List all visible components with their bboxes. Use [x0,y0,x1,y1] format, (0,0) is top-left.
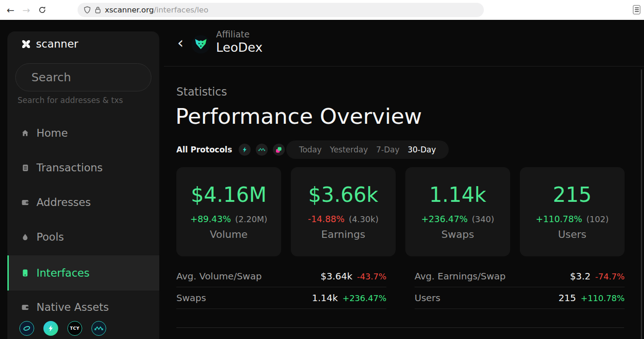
browser-forward-button[interactable]: → [18,2,34,18]
xscanner-logo-icon [20,38,32,50]
table-row: Swaps 1.14k +236.47% [176,287,386,309]
row-value: $3.64k [320,271,352,282]
search-input[interactable] [31,71,178,84]
chainflip-icon[interactable] [273,144,285,156]
reload-icon [38,6,46,14]
row-change: -43.7% [357,272,386,281]
stat-value: $3.66k [308,185,378,205]
stat-card-earnings: $3.66k -14.88% (4.30k) Earnings [291,167,396,256]
sidebar-item-label: Home [36,127,68,139]
row-change: +236.47% [343,293,386,303]
section-divider [176,327,624,328]
addresses-icon [22,200,29,206]
all-protocols-label: All Protocols [176,145,232,154]
stat-label: Volume [210,229,248,240]
stat-label: Swaps [441,229,474,240]
sidebar-item-home[interactable]: Home [7,122,159,144]
stat-previous: (4.30k) [349,214,379,224]
stat-card-swaps: 1.14k +236.47% (340) Swaps [405,167,510,256]
stat-value: 215 [553,185,592,205]
row-value: 1.14k [312,292,338,303]
browser-reload-button[interactable] [34,2,50,18]
maya-icon[interactable] [256,144,268,156]
sidebar-item-label: Interfaces [36,267,90,279]
page-entity-title: LeoDex [216,40,263,54]
stat-label: Users [558,229,587,240]
table-row: Avg. Earnings/Swap $3.2 -74.7% [415,266,625,287]
protocols-row: All Protocols [176,140,290,159]
table-row: Avg. Volume/Swap $3.64k -43.7% [176,266,386,287]
tab-yesterday[interactable]: Yesterday [330,145,368,154]
stat-card-volume: $4.16M +89.43% (2.20M) Volume [176,167,281,256]
reader-mode-icon[interactable] [633,5,640,14]
shield-icon [84,6,91,14]
leodex-logo [192,35,210,54]
row-value: 215 [559,292,576,303]
thorchain-icon[interactable] [239,144,251,156]
transactions-icon [22,164,29,171]
metrics-table-right: Avg. Earnings/Swap $3.2 -74.7% Users 215… [415,266,625,309]
tab-today[interactable]: Today [299,145,322,154]
pools-icon [22,234,29,240]
page-title: Performance Overview [175,103,422,129]
search-hint: Search for addresses & txs [18,96,123,105]
sidebar: scanner Search for addresses & txs Home … [7,31,159,339]
row-change: -74.7% [595,272,625,281]
stat-change: +89.43% [190,214,231,224]
scrollbar[interactable] [641,69,642,339]
stat-cards: $4.16M +89.43% (2.20M) Volume $3.66k -14… [176,167,625,256]
affiliate-kicker: Affiliate [216,29,250,39]
ruji-token-icon[interactable] [19,321,34,336]
header-divider [164,66,644,67]
sidebar-item-native-assets[interactable]: Native Assets [7,296,159,318]
back-button[interactable]: ‹ [177,33,184,52]
sidebar-item-addresses[interactable]: Addresses [7,191,159,213]
stat-previous: (340) [472,214,494,224]
lock-icon [95,6,101,14]
url-bar[interactable]: xscanner.org/interfaces/leo [78,3,484,17]
stat-previous: (2.20M) [235,214,267,224]
browser-chrome: ← → xscanner.org/interfaces/leo [0,0,644,20]
browser-back-button[interactable]: ← [3,2,18,18]
stat-change: -14.88% [308,214,344,224]
row-label: Avg. Volume/Swap [176,271,262,282]
sidebar-item-label: Addresses [36,196,91,208]
brand[interactable]: scanner [20,38,78,50]
search-box[interactable] [15,63,151,91]
maya-token-icon[interactable] [91,321,106,336]
tab-7-day[interactable]: 7-Day [376,145,400,154]
row-label: Users [415,292,440,303]
row-label: Swaps [176,292,206,303]
token-row: TCY [19,321,106,336]
sidebar-item-transactions[interactable]: Transactions [7,157,159,179]
stat-value: 1.14k [429,185,486,205]
brand-label: scanner [36,38,78,50]
metrics-table-left: Avg. Volume/Swap $3.64k -43.7% Swaps 1.1… [176,266,386,309]
sidebar-item-interfaces[interactable]: Interfaces [7,255,159,291]
url-host: xscanner.org [105,6,154,14]
stat-change: +110.78% [536,214,582,224]
stat-card-users: 215 +110.78% (102) Users [520,167,625,256]
url-path: /interfaces/leo [154,6,208,14]
time-range-tabs: Today Yesterday 7-Day 30-Day [286,140,449,159]
row-change: +110.78% [581,293,625,303]
tab-30-day[interactable]: 30-Day [408,145,436,154]
sidebar-item-pools[interactable]: Pools [7,226,159,248]
sidebar-item-label: Pools [36,231,64,243]
url-text: xscanner.org/interfaces/leo [105,6,208,14]
sidebar-item-label: Transactions [36,162,103,174]
row-label: Avg. Earnings/Swap [415,271,506,282]
stat-change: +236.47% [421,214,468,224]
rune-token-icon[interactable] [43,321,58,336]
interfaces-icon [22,269,29,277]
tcy-token-icon[interactable]: TCY [67,321,82,336]
sidebar-item-label: Native Assets [36,301,109,313]
leodex-lion-icon [194,38,208,51]
stat-label: Earnings [321,229,365,240]
stat-previous: (102) [586,214,608,224]
table-row: Users 215 +110.78% [415,287,625,309]
home-icon [22,130,29,136]
row-value: $3.2 [570,271,591,282]
section-label: Statistics [176,85,227,98]
stat-value: $4.16M [191,185,267,205]
